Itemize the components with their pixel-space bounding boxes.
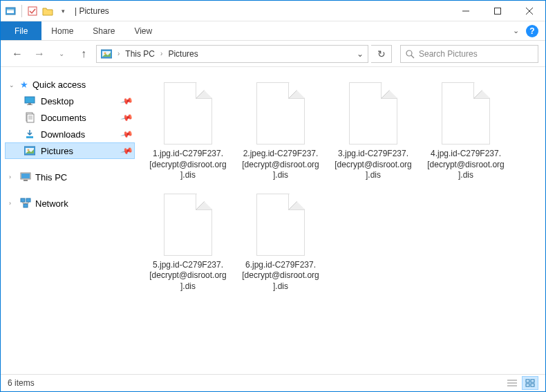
sidebar-item-downloads[interactable]: Downloads 📌 — [5, 126, 135, 142]
file-name: 1.jpg.id-C279F237.[decrypt@disroot.org].… — [149, 149, 227, 181]
file-icon — [349, 82, 397, 144]
chevron-right-icon[interactable]: › — [117, 50, 120, 57]
file-item[interactable]: 5.jpg.id-C279F237.[decrypt@disroot.org].… — [146, 191, 230, 295]
forward-button[interactable]: → — [30, 44, 49, 64]
breadcrumb[interactable]: › This PC › Pictures ⌄ — [96, 45, 368, 63]
content-area: ⌄ ★ Quick access Desktop 📌 Documents 📌 D… — [1, 67, 545, 374]
explorer-icon — [5, 5, 17, 17]
svg-rect-17 — [27, 114, 34, 122]
svg-rect-27 — [23, 180, 28, 181]
network-header[interactable]: › Network — [5, 195, 135, 212]
file-item[interactable]: 1.jpg.id-C279F237.[decrypt@disroot.org].… — [146, 80, 230, 184]
svg-rect-15 — [27, 104, 32, 105]
new-folder-icon[interactable] — [41, 5, 54, 17]
share-tab[interactable]: Share — [83, 21, 124, 40]
search-placeholder: Search Pictures — [419, 49, 478, 59]
chevron-right-icon: › — [9, 174, 16, 180]
sidebar-item-label: Network — [35, 198, 68, 209]
documents-icon — [24, 112, 35, 123]
svg-rect-29 — [26, 198, 30, 202]
file-name: 6.jpg.id-C279F237.[decrypt@disroot.org].… — [241, 260, 320, 292]
thumbnails-view-button[interactable] — [522, 376, 538, 390]
svg-rect-3 — [28, 7, 37, 15]
this-pc-header[interactable]: › This PC — [5, 169, 135, 185]
quick-access-label: Quick access — [32, 80, 86, 90]
details-view-button[interactable] — [504, 376, 520, 390]
file-name: 2.jpeg.id-C279F237.[decrypt@disroot.org]… — [241, 149, 320, 181]
chevron-right-icon: › — [9, 200, 16, 207]
svg-rect-21 — [26, 136, 33, 138]
svg-rect-41 — [531, 384, 534, 386]
file-icon — [164, 82, 212, 144]
file-item[interactable]: 4.jpg.id-C279F237.[decrypt@disroot.org].… — [424, 80, 508, 184]
svg-rect-28 — [21, 198, 25, 202]
qat-dropdown-icon[interactable]: ▾ — [57, 5, 69, 17]
pictures-folder-icon — [24, 145, 35, 156]
quick-access-header[interactable]: ⌄ ★ Quick access — [5, 77, 135, 93]
svg-rect-2 — [7, 9, 14, 10]
ribbon-expand-icon[interactable]: ⌄ — [513, 26, 519, 35]
help-icon[interactable]: ? — [526, 25, 538, 37]
svg-rect-30 — [23, 204, 28, 207]
home-tab[interactable]: Home — [41, 21, 83, 40]
file-list[interactable]: 1.jpg.id-C279F237.[decrypt@disroot.org].… — [139, 67, 545, 374]
sidebar-item-desktop[interactable]: Desktop 📌 — [5, 93, 135, 109]
sidebar-item-pictures[interactable]: Pictures 📌 — [5, 142, 135, 159]
refresh-button[interactable]: ↻ — [371, 45, 392, 63]
up-button[interactable]: ↑ — [74, 44, 93, 64]
file-icon — [164, 194, 212, 256]
breadcrumb-this-pc[interactable]: This PC — [125, 49, 155, 59]
quick-access-toolbar: ▾ — [1, 5, 69, 17]
ribbon-right: ⌄ ? — [513, 21, 545, 40]
navigation-pane: ⌄ ★ Quick access Desktop 📌 Documents 📌 D… — [1, 67, 139, 374]
svg-rect-40 — [526, 384, 529, 386]
file-name: 3.jpg.id-C279F237.[decrypt@disroot.org].… — [334, 149, 413, 181]
view-tab[interactable]: View — [124, 21, 162, 40]
star-icon: ★ — [20, 80, 28, 90]
sidebar-item-label: Downloads — [41, 129, 85, 140]
sidebar-item-documents[interactable]: Documents 📌 — [5, 109, 135, 126]
close-button[interactable] — [514, 1, 545, 21]
svg-line-12 — [411, 55, 414, 58]
search-icon — [405, 49, 415, 59]
file-icon — [256, 194, 305, 256]
back-button[interactable]: ← — [8, 44, 27, 64]
item-count: 6 items — [8, 378, 35, 388]
ribbon-tabs: File Home Share View ⌄ ? — [1, 21, 545, 41]
window-controls — [450, 1, 545, 21]
svg-point-11 — [406, 50, 412, 56]
sidebar-item-label: This PC — [35, 172, 67, 183]
file-tab[interactable]: File — [1, 21, 41, 40]
breadcrumb-pictures[interactable]: Pictures — [168, 49, 198, 59]
svg-rect-38 — [526, 380, 529, 382]
pin-icon: 📌 — [120, 94, 134, 108]
file-name: 4.jpg.id-C279F237.[decrypt@disroot.org].… — [426, 149, 505, 181]
downloads-icon — [24, 129, 35, 140]
sidebar-item-label: Desktop — [41, 96, 74, 106]
pictures-icon — [101, 49, 112, 59]
file-icon — [256, 82, 305, 144]
file-item[interactable]: 3.jpg.id-C279F237.[decrypt@disroot.org].… — [331, 80, 415, 184]
titlebar: ▾ | Pictures — [1, 1, 545, 21]
qat-divider — [21, 5, 22, 17]
address-bar: ← → ⌄ ↑ › This PC › Pictures ⌄ ↻ Search … — [1, 41, 545, 67]
network-icon — [20, 198, 31, 209]
file-name: 5.jpg.id-C279F237.[decrypt@disroot.org].… — [149, 260, 227, 292]
chevron-down-icon: ⌄ — [9, 82, 16, 88]
sidebar-item-label: Documents — [41, 113, 86, 123]
recent-dropdown-icon[interactable]: ⌄ — [52, 44, 71, 64]
file-icon — [442, 82, 490, 144]
minimize-button[interactable] — [450, 1, 482, 21]
statusbar: 6 items — [1, 374, 545, 391]
address-dropdown-icon[interactable]: ⌄ — [357, 49, 364, 59]
svg-rect-13 — [25, 97, 35, 103]
maximize-button[interactable] — [482, 1, 514, 21]
file-item[interactable]: 2.jpeg.id-C279F237.[decrypt@disroot.org]… — [238, 80, 323, 184]
search-input[interactable]: Search Pictures — [400, 45, 538, 63]
pin-icon: 📌 — [120, 144, 134, 158]
properties-icon[interactable] — [26, 5, 39, 17]
svg-rect-5 — [495, 8, 501, 14]
file-item[interactable]: 6.jpg.id-C279F237.[decrypt@disroot.org].… — [238, 191, 323, 295]
chevron-right-icon[interactable]: › — [160, 50, 162, 57]
pin-icon: 📌 — [120, 127, 134, 141]
